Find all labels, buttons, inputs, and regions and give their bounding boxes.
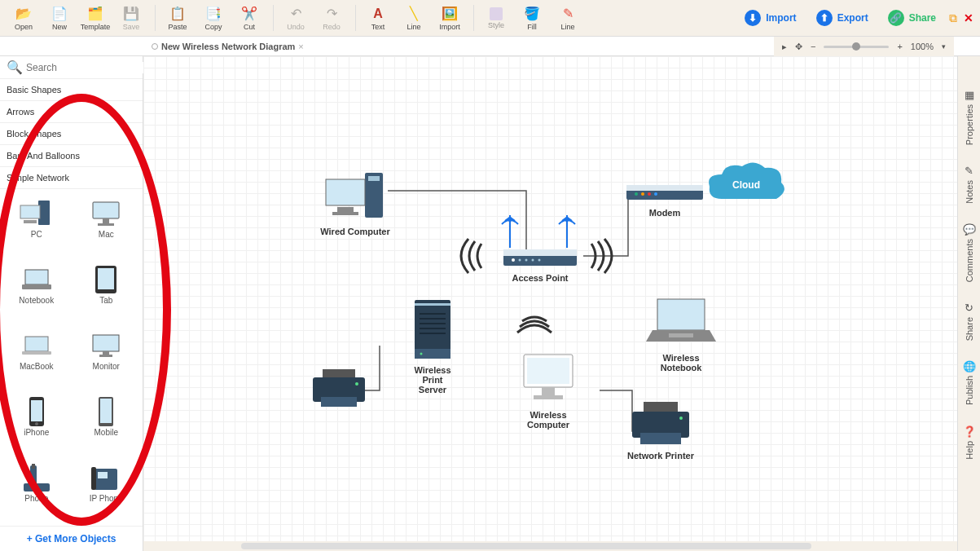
svg-rect-62 (527, 358, 569, 384)
shape-monitor[interactable]: Monitor (75, 326, 138, 389)
search-input[interactable] (26, 62, 148, 73)
rail-help[interactable]: Help❓ (963, 425, 976, 460)
node-print-server[interactable]: Wireless Print Server (408, 297, 457, 395)
layers-icon: 🗂️ (87, 6, 103, 22)
zoom-level: 100% (911, 42, 934, 51)
tab-title: New Wireless Network Diagram (161, 42, 295, 51)
tab-active[interactable]: New Wireless Network Diagram × (145, 38, 310, 55)
svg-rect-4 (103, 218, 109, 223)
chevron-down-icon[interactable]: ▾ (942, 42, 946, 51)
shape-tab[interactable]: Tab (75, 260, 138, 323)
new-button[interactable]: 📄New (42, 2, 77, 34)
paste-button[interactable]: 📋Paste (160, 2, 195, 34)
svg-rect-64 (534, 395, 563, 399)
svg-point-17 (35, 422, 38, 425)
shape-ip-phone[interactable]: IP Phone (75, 458, 138, 521)
import-button[interactable]: ⬇Import (738, 7, 802, 29)
redo-button[interactable]: ↷Redo (314, 2, 349, 34)
svg-point-47 (654, 192, 657, 196)
cut-button[interactable]: ✂️Cut (232, 2, 266, 34)
text-button[interactable]: AText (361, 2, 395, 34)
line-button[interactable]: ╲Line (397, 2, 431, 34)
svg-rect-33 (337, 207, 354, 212)
zoom-out-icon[interactable]: − (811, 42, 815, 51)
rail-properties[interactable]: Properties▦ (965, 89, 974, 145)
svg-rect-11 (22, 351, 51, 355)
category-simple-network[interactable]: Simple Network (0, 167, 143, 189)
svg-rect-14 (99, 355, 112, 357)
node-wireless-computer[interactable]: Wireless Computer (512, 348, 585, 430)
style-icon (490, 7, 503, 20)
svg-point-44 (635, 192, 638, 196)
file-icon: 📄 (51, 6, 68, 22)
export-button[interactable]: ⬆Export (810, 7, 875, 29)
unsaved-indicator-icon (152, 43, 158, 50)
tab-close-icon[interactable]: × (298, 42, 303, 51)
clipboard-icon: 📋 (169, 6, 186, 22)
shape-notebook[interactable]: Notebook (5, 260, 68, 323)
shape-mac[interactable]: Mac (75, 194, 138, 257)
import-image-button[interactable]: 🖼️Import (433, 2, 467, 34)
pan-icon[interactable]: ✥ (795, 42, 802, 52)
zoom-slider[interactable] (824, 46, 889, 48)
close-icon[interactable]: ✕ (964, 11, 973, 24)
svg-rect-66 (669, 333, 693, 337)
get-more-objects-button[interactable]: + Get More Objects (0, 526, 143, 551)
category-bars-balloons[interactable]: Bars And Balloons (0, 145, 143, 167)
restore-icon[interactable]: ⧉ (949, 11, 957, 25)
zoom-slider-thumb[interactable] (852, 42, 860, 51)
category-arrows[interactable]: Arrows (0, 101, 143, 123)
svg-point-41 (538, 259, 541, 262)
shape-phone[interactable]: Phone (5, 458, 68, 521)
svg-rect-3 (93, 202, 119, 218)
image-icon: 🖼️ (442, 6, 458, 22)
rail-comments[interactable]: Comments💬 (963, 223, 976, 282)
rail-share[interactable]: Share↻ (965, 302, 974, 341)
svg-rect-49 (415, 303, 450, 306)
globe-icon: 🌐 (963, 360, 976, 372)
node-printer-left[interactable] (306, 366, 371, 411)
node-modem[interactable]: Modem (620, 180, 710, 218)
shape-grid: PC Mac Notebook Tab MacBook Monitor iPho… (0, 189, 143, 526)
copy-button[interactable]: 📑Copy (196, 2, 231, 34)
undo-button[interactable]: ↶Undo (279, 2, 313, 34)
node-access-point[interactable]: Access Point (495, 245, 585, 283)
style-button[interactable]: Style (479, 2, 513, 34)
share-button[interactable]: 🔗Share (881, 7, 943, 29)
fill-button[interactable]: 🪣Fill (515, 2, 549, 34)
svg-rect-63 (542, 387, 555, 395)
scrollbar-thumb[interactable] (241, 543, 811, 549)
node-cloud[interactable]: Cloud (701, 158, 791, 215)
svg-rect-1 (20, 205, 40, 218)
canvas[interactable]: Wired Computer Access Point Modem Cloud … (143, 56, 957, 551)
shape-pc[interactable]: PC (5, 194, 68, 257)
zoom-in-icon[interactable]: + (897, 42, 902, 51)
node-wireless-notebook[interactable]: Wireless Notebook (644, 293, 718, 372)
upload-icon: ⬆ (816, 10, 833, 26)
pointer-icon[interactable]: ▸ (782, 42, 787, 52)
copy-icon: 📑 (205, 6, 222, 22)
svg-rect-20 (24, 483, 50, 491)
line-style-button[interactable]: ✎Line (551, 2, 585, 34)
rail-publish[interactable]: Publish🌐 (963, 360, 976, 405)
shape-mobile[interactable]: Mobile (75, 392, 138, 455)
download-icon: ⬇ (745, 10, 761, 26)
svg-rect-43 (626, 185, 703, 191)
node-wired-computer[interactable]: Wired Computer (319, 166, 392, 236)
rail-notes[interactable]: Notes✎ (965, 165, 974, 204)
open-button[interactable]: 📂Open (7, 2, 41, 34)
horizontal-scrollbar[interactable] (143, 541, 957, 551)
category-basic-shapes[interactable]: Basic Shapes (0, 79, 143, 101)
canvas-area[interactable]: Wired Computer Access Point Modem Cloud … (143, 56, 957, 551)
shape-search: 🔍 (0, 56, 143, 79)
svg-rect-6 (25, 270, 48, 284)
shape-macbook[interactable]: MacBook (5, 326, 68, 389)
svg-point-46 (648, 192, 651, 196)
svg-rect-53 (420, 318, 446, 320)
node-network-printer[interactable]: Network Printer (624, 399, 697, 461)
shape-iphone[interactable]: iPhone (5, 392, 68, 455)
category-block-shapes[interactable]: Block Shapes (0, 123, 143, 145)
template-button[interactable]: 🗂️Template (78, 2, 112, 34)
save-button[interactable]: 💾Save (114, 2, 148, 34)
svg-point-60 (355, 382, 358, 386)
